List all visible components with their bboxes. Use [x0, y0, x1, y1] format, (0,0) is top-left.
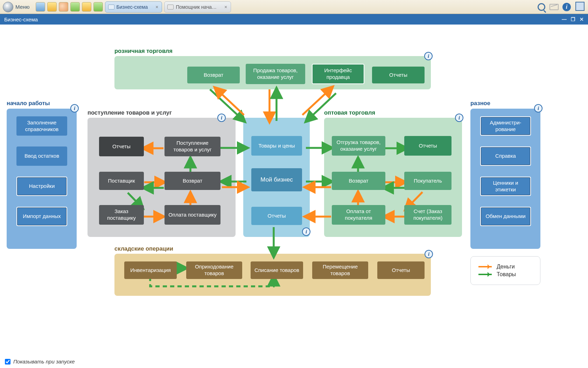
center-reports[interactable]: Отчеты [251, 207, 302, 225]
windows-icon[interactable] [575, 2, 584, 12]
misc-exchange[interactable]: Обмен данными [480, 207, 531, 226]
legend-box: Деньги Товары [470, 256, 540, 285]
info-icon[interactable]: i [217, 114, 226, 122]
tab-business-scheme[interactable]: Бизнес-схема × [105, 1, 162, 13]
info-icon[interactable]: i [455, 114, 463, 122]
tab-assistant[interactable]: Помощник нача… × [164, 1, 231, 13]
info-icon[interactable]: i [425, 250, 433, 258]
show-on-start-label: Показывать при запуске [13, 359, 75, 364]
info-icon[interactable]: i [302, 227, 310, 236]
legend-goods-label: Товары [497, 271, 516, 278]
svg-line-5 [307, 93, 336, 121]
legend-money-label: Деньги [497, 264, 515, 270]
wholesale-invoice[interactable]: Счет (Заказ покупателя) [404, 205, 451, 225]
start-enter-balances[interactable]: Ввод остатков [16, 146, 67, 166]
toolbar-icon-5[interactable] [82, 2, 91, 12]
toolbar-icon-2[interactable] [47, 2, 57, 12]
warehouse-move[interactable]: Перемещение товаров [312, 261, 368, 279]
retail-title: розничная торговля [114, 48, 173, 54]
warehouse-posting[interactable]: Оприходование товаров [186, 261, 242, 279]
supply-title: поступление товаров и услуг [88, 109, 172, 116]
tab-close-icon[interactable]: × [155, 4, 158, 10]
tab-icon [167, 5, 174, 9]
legend-goods-arrow-icon [478, 274, 492, 275]
retail-return[interactable]: Возврат [187, 67, 240, 83]
misc-title: разное [470, 100, 490, 107]
wholesale-ship[interactable]: Отгрузка товаров, оказание услуг [332, 136, 385, 156]
svg-line-1 [216, 88, 244, 115]
toolbar-icon-1[interactable] [36, 2, 45, 12]
info-icon[interactable]: i [534, 104, 542, 113]
info-icon[interactable]: i [424, 52, 433, 60]
warehouse-inventory[interactable]: Инвентаризация [124, 261, 177, 279]
wholesale-customer[interactable]: Покупатель [404, 172, 451, 190]
app-logo-icon[interactable] [3, 2, 13, 12]
legend-money-arrow-icon [478, 266, 492, 267]
info-icon[interactable]: i [562, 2, 571, 12]
wholesale-pay[interactable]: Оплата от покупателя [332, 205, 385, 225]
svg-line-0 [210, 89, 244, 121]
supply-order[interactable]: Заказ поставщику [99, 205, 144, 225]
close-icon[interactable]: ✕ [580, 16, 584, 22]
toolbar-icon-6[interactable] [93, 2, 103, 12]
supply-supplier[interactable]: Поставщик [99, 172, 144, 190]
tab-label: Бизнес-схема [117, 4, 148, 10]
toolbar-icon-3[interactable] [59, 2, 68, 12]
center-goods-prices[interactable]: Товары и цены [251, 136, 302, 156]
search-icon[interactable] [537, 2, 546, 12]
supply-payment[interactable]: Оплата поставщику [164, 205, 220, 225]
menu-button[interactable]: Меню [15, 4, 30, 10]
show-on-start-checkbox[interactable] [5, 359, 10, 364]
tab-icon [108, 5, 114, 9]
retail-sale[interactable]: Продажа товаров, оказание услуг [246, 64, 305, 84]
center-my-business[interactable]: Мой бизнес [251, 168, 302, 191]
supply-reports[interactable]: Отчеты [99, 137, 144, 156]
wholesale-return[interactable]: Возврат [332, 172, 385, 190]
footer: Показывать при запуске [5, 359, 75, 364]
retail-reports[interactable]: Отчеты [372, 67, 425, 83]
misc-admin[interactable]: Администри­рование [480, 116, 531, 136]
warehouse-writeoff[interactable]: Списание товаров [251, 261, 303, 279]
tab-label: Помощник нача… [176, 4, 217, 10]
maximize-icon[interactable]: ❐ [571, 16, 575, 22]
supply-return[interactable]: Возврат [164, 172, 220, 190]
misc-labels[interactable]: Ценники и этикетки [480, 177, 531, 196]
wholesale-title: оптовая торговля [324, 109, 375, 116]
warehouse-reports[interactable]: Отчеты [377, 261, 425, 279]
info-icon[interactable]: i [70, 104, 79, 113]
start-settings[interactable]: Настройки [16, 177, 67, 196]
misc-help[interactable]: Справка [480, 146, 531, 166]
window-title: Бизнес-схема [4, 16, 38, 22]
retail-seller-ui[interactable]: Интерфейс продавца [312, 64, 364, 84]
start-fill-dirs[interactable]: Заполнение справочников [16, 116, 67, 136]
window-titlebar: Бизнес-схема — ❐ ✕ [0, 14, 588, 25]
top-toolbar: Меню Бизнес-схема × Помощник нача… × i [0, 0, 588, 14]
minimize-icon[interactable]: — [562, 16, 567, 22]
wholesale-reports[interactable]: Отчеты [404, 136, 451, 156]
tab-close-icon[interactable]: × [224, 4, 227, 10]
supply-receive[interactable]: Поступление товаров и услуг [164, 137, 220, 156]
toolbar-icon-4[interactable] [70, 2, 80, 12]
mail-icon[interactable] [550, 2, 559, 12]
warehouse-title: складские операции [114, 245, 173, 252]
start-title: начало работы [7, 100, 50, 107]
start-import[interactable]: Импорт данных [16, 207, 67, 226]
